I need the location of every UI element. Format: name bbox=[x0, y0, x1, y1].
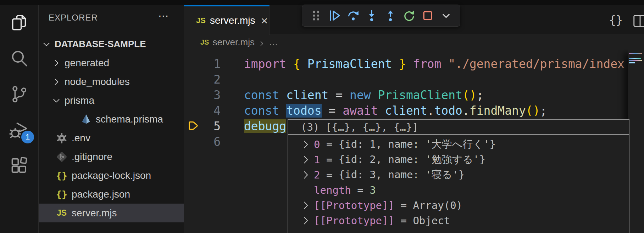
tree-item-package-lock-json[interactable]: {} package-lock.json bbox=[39, 166, 184, 185]
code-token: ; bbox=[477, 88, 484, 102]
tab-close-icon[interactable]: × bbox=[261, 15, 268, 27]
code-token: import bbox=[244, 57, 293, 71]
explorer-more-button[interactable]: ⋯ bbox=[158, 10, 170, 22]
minimap-line bbox=[629, 60, 642, 61]
code-text: const client = new PrismaClient(); bbox=[244, 87, 484, 103]
minimap-line bbox=[629, 53, 642, 54]
code-token: = bbox=[322, 104, 343, 118]
line-number[interactable]: 6 bbox=[184, 135, 221, 149]
toolbar-more-chevron-icon[interactable] bbox=[437, 7, 455, 24]
chevron-right-icon[interactable] bbox=[300, 215, 311, 226]
files-icon bbox=[9, 13, 29, 34]
debug-badge: 1 bbox=[21, 131, 34, 143]
chevron-right-icon[interactable] bbox=[300, 139, 311, 150]
line-number[interactable]: 4 bbox=[184, 104, 221, 118]
equals-sign: = bbox=[320, 138, 338, 150]
source-control-icon bbox=[9, 84, 29, 106]
toolbar-drag-handle[interactable] bbox=[307, 7, 325, 24]
popup-variable-row[interactable]: 1 = {id: 2, name: '勉強する'} bbox=[288, 152, 629, 167]
tree-item-prisma[interactable]: prisma bbox=[39, 91, 184, 110]
continue-button[interactable] bbox=[326, 7, 343, 24]
code-token: todos bbox=[286, 104, 321, 118]
chevron-right-icon[interactable] bbox=[300, 170, 311, 180]
activity-search[interactable] bbox=[0, 41, 38, 77]
code-token: } bbox=[392, 57, 406, 71]
activity-explorer[interactable] bbox=[0, 5, 38, 41]
code-token: debugg bbox=[244, 119, 286, 133]
chevron-right-icon bbox=[52, 58, 61, 68]
code-token: PrismaClient bbox=[378, 88, 462, 102]
chevron-down-icon bbox=[52, 96, 61, 105]
popup-variable-row[interactable]: length = 3 bbox=[288, 182, 629, 198]
variable-name: [[Prototype]] bbox=[314, 215, 394, 227]
git-icon bbox=[55, 150, 68, 163]
code-token: from bbox=[406, 57, 448, 71]
breadcrumb: JS server.mjs … bbox=[184, 35, 644, 50]
tree-item-database-sample[interactable]: DATABASE-SAMPLE bbox=[39, 35, 184, 53]
code-token: const bbox=[244, 88, 286, 102]
minimap-line bbox=[629, 58, 641, 59]
code-token: () bbox=[526, 104, 540, 118]
tree-item-server-mjs[interactable]: JS server.mjs bbox=[39, 204, 184, 222]
code-token: = bbox=[328, 88, 350, 102]
search-icon bbox=[9, 49, 29, 70]
variable-name: 2 bbox=[314, 169, 320, 181]
code-token: "./generated/prisma/index bbox=[448, 57, 624, 71]
popup-variable-row[interactable]: 2 = {id: 3, name: '寝る'} bbox=[288, 167, 629, 182]
tree-item-env[interactable]: .env bbox=[39, 129, 184, 147]
code-token: const bbox=[244, 104, 286, 118]
variable-value: {id: 1, name: '大学へ行く'} bbox=[339, 137, 496, 152]
variable-value: {id: 3, name: '寝る'} bbox=[339, 168, 465, 182]
explorer-header: EXPLORER ⋯ bbox=[39, 5, 184, 30]
popup-variable-row[interactable]: 0 = {id: 1, name: '大学へ行く'} bbox=[288, 137, 629, 152]
code-text: debugg bbox=[244, 118, 286, 134]
code-area[interactable]: 1import { PrismaClient } from "./generat… bbox=[184, 50, 644, 233]
minimap[interactable] bbox=[628, 50, 644, 233]
vscode-window: 1 EXPLORER ⋯ DATABASE-SAMPLE bbox=[0, 0, 644, 233]
json-icon: {} bbox=[55, 188, 68, 201]
split-editor-icon[interactable] bbox=[632, 13, 644, 27]
line-number[interactable]: 3 bbox=[184, 88, 221, 102]
variable-value: Object bbox=[413, 215, 450, 227]
explorer-sidebar: EXPLORER ⋯ DATABASE-SAMPLE generated nod… bbox=[39, 5, 184, 233]
code-token: new bbox=[350, 88, 378, 102]
tree-item-schema-prisma[interactable]: schema.prisma bbox=[39, 110, 184, 129]
code-line[interactable]: 3const client = new PrismaClient(); bbox=[184, 87, 644, 103]
tree-item-gitignore[interactable]: .gitignore bbox=[39, 147, 184, 166]
popup-variable-row[interactable]: [[Prototype]] = Object bbox=[288, 213, 629, 228]
tab-server-mjs[interactable]: JS server.mjs × bbox=[184, 5, 270, 35]
activity-extensions[interactable] bbox=[0, 148, 38, 184]
chevron-right-icon[interactable] bbox=[300, 200, 311, 211]
chevron-right-icon bbox=[258, 39, 265, 46]
tree-item-package-json[interactable]: {} package.json bbox=[39, 185, 184, 204]
line-number[interactable]: 2 bbox=[184, 73, 221, 86]
file-tree: DATABASE-SAMPLE generated node_modules p… bbox=[39, 35, 184, 222]
step-out-button[interactable] bbox=[382, 7, 399, 24]
breadcrumb-file[interactable]: server.mjs bbox=[212, 37, 254, 48]
activity-run-and-debug[interactable]: 1 bbox=[0, 113, 38, 148]
code-text: import { PrismaClient } from "./generate… bbox=[244, 56, 624, 72]
code-token: ; bbox=[540, 104, 547, 118]
restart-button[interactable] bbox=[400, 7, 418, 24]
popup-variable-row[interactable]: [[Prototype]] = Array(0) bbox=[288, 198, 629, 213]
code-line[interactable]: 4const todos = await client.todo.findMan… bbox=[184, 103, 644, 118]
line-number[interactable]: 1 bbox=[184, 57, 221, 71]
chevron-right-icon[interactable] bbox=[300, 154, 311, 165]
tree-item-node-modules[interactable]: node_modules bbox=[39, 72, 184, 91]
code-token: await bbox=[343, 104, 385, 118]
equals-sign: = bbox=[351, 184, 370, 196]
curly-braces-icon[interactable]: {} bbox=[609, 13, 623, 27]
breadcrumb-more[interactable]: … bbox=[269, 37, 278, 48]
code-line[interactable]: 1import { PrismaClient } from "./generat… bbox=[184, 56, 644, 72]
stop-button[interactable] bbox=[419, 7, 437, 24]
tree-item-generated[interactable]: generated bbox=[39, 53, 184, 72]
code-text: const todos = await client.todo.findMany… bbox=[244, 103, 547, 118]
code-token: client bbox=[385, 104, 427, 118]
step-into-button[interactable] bbox=[363, 7, 381, 24]
tab-label: server.mjs bbox=[210, 15, 255, 26]
code-line[interactable]: 2 bbox=[184, 72, 644, 87]
activity-source-control[interactable] bbox=[0, 77, 38, 113]
step-over-button[interactable] bbox=[344, 7, 362, 24]
variable-name: [[Prototype]] bbox=[314, 199, 394, 211]
line-number[interactable]: 5 bbox=[184, 119, 221, 133]
